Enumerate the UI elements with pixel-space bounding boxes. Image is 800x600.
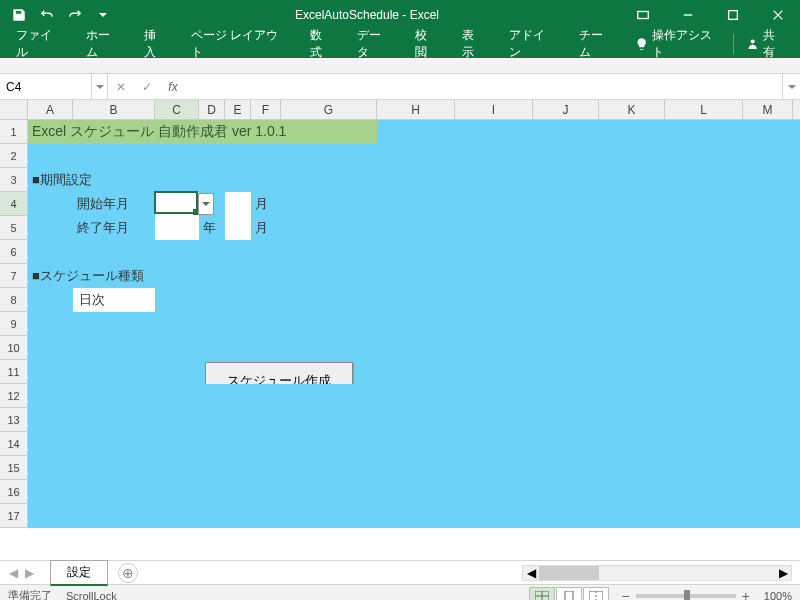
ribbon-tab-data[interactable]: データ bbox=[345, 30, 403, 58]
ribbon-tab-home[interactable]: ホーム bbox=[74, 30, 132, 58]
enter-formula-button[interactable]: ✓ bbox=[134, 80, 160, 94]
row-2-cells[interactable] bbox=[28, 144, 800, 168]
row-14-cells[interactable] bbox=[28, 432, 800, 456]
status-ready: 準備完了 bbox=[8, 588, 52, 600]
column-header-K[interactable]: K bbox=[599, 100, 665, 119]
row-header-3[interactable]: 3 bbox=[0, 168, 28, 192]
tell-me-button[interactable]: 操作アシスト bbox=[625, 30, 731, 58]
view-page-break-button[interactable] bbox=[583, 587, 609, 601]
row-5-cells[interactable]: 終了年月年月 bbox=[28, 216, 800, 240]
column-header-D[interactable]: D bbox=[199, 100, 225, 119]
column-header-B[interactable]: B bbox=[73, 100, 155, 119]
column-header-A[interactable]: A bbox=[28, 100, 73, 119]
column-header-C[interactable]: C bbox=[155, 100, 199, 119]
row-6-cells[interactable] bbox=[28, 240, 800, 264]
horizontal-scrollbar[interactable]: ◀ ▶ bbox=[522, 565, 792, 581]
name-box-dropdown[interactable] bbox=[92, 74, 108, 99]
row-header-17[interactable]: 17 bbox=[0, 504, 28, 528]
row-13-cells[interactable] bbox=[28, 408, 800, 432]
row-15-cells[interactable] bbox=[28, 456, 800, 480]
formula-input[interactable] bbox=[186, 74, 782, 99]
end-year-month-label: 終了年月 bbox=[77, 216, 129, 240]
close-button[interactable] bbox=[755, 0, 800, 30]
row-header-12[interactable]: 12 bbox=[0, 384, 28, 408]
row-header-13[interactable]: 13 bbox=[0, 408, 28, 432]
column-header-F[interactable]: F bbox=[251, 100, 281, 119]
row-header-1[interactable]: 1 bbox=[0, 120, 28, 144]
tab-nav-next[interactable]: ▶ bbox=[22, 566, 36, 580]
column-header-J[interactable]: J bbox=[533, 100, 599, 119]
qat-customize-button[interactable] bbox=[92, 4, 114, 26]
row-3-cells[interactable]: ■期間設定 bbox=[28, 168, 800, 192]
ribbon-tab-formulas[interactable]: 数式 bbox=[298, 30, 345, 58]
ribbon-tab-page-layout[interactable]: ページ レイアウト bbox=[179, 30, 298, 58]
column-header-H[interactable]: H bbox=[377, 100, 455, 119]
expand-formula-bar[interactable] bbox=[782, 74, 800, 99]
section-schedule-type-label: ■スケジュール種類 bbox=[32, 264, 144, 288]
row-header-2[interactable]: 2 bbox=[0, 144, 28, 168]
active-cell-C4[interactable] bbox=[154, 191, 198, 214]
start-year-dropdown[interactable] bbox=[198, 193, 214, 215]
tab-nav-prev[interactable]: ◀ bbox=[6, 566, 20, 580]
qat-save-button[interactable] bbox=[8, 4, 30, 26]
row-header-16[interactable]: 16 bbox=[0, 480, 28, 504]
maximize-button[interactable] bbox=[710, 0, 755, 30]
row-12-cells[interactable] bbox=[28, 384, 800, 408]
row-11-cells[interactable]: スケジュール作成 bbox=[28, 360, 800, 384]
row-1-cells[interactable]: Excel スケジュール 自動作成君 ver 1.0.1 bbox=[28, 120, 800, 144]
column-header-M[interactable]: M bbox=[743, 100, 793, 119]
ribbon-options-icon bbox=[636, 8, 650, 22]
window-title: ExcelAutoSchedule - Excel bbox=[114, 8, 620, 22]
row-8-cells[interactable]: 日次 bbox=[28, 288, 800, 312]
row-7-cells[interactable]: ■スケジュール種類 bbox=[28, 264, 800, 288]
qat-redo-button[interactable] bbox=[64, 4, 86, 26]
worksheet[interactable]: ABCDEFGHIJKLM 1Excel スケジュール 自動作成君 ver 1.… bbox=[0, 100, 800, 560]
ribbon-tab-insert[interactable]: 挿入 bbox=[132, 30, 179, 58]
row-header-11[interactable]: 11 bbox=[0, 360, 28, 384]
row-header-7[interactable]: 7 bbox=[0, 264, 28, 288]
zoom-slider[interactable] bbox=[636, 594, 736, 598]
row-header-10[interactable]: 10 bbox=[0, 336, 28, 360]
row-header-5[interactable]: 5 bbox=[0, 216, 28, 240]
ribbon-tab-view[interactable]: 表示 bbox=[450, 30, 497, 58]
scroll-thumb[interactable] bbox=[539, 566, 599, 580]
sheet-tab-settings[interactable]: 設定 bbox=[50, 560, 108, 586]
column-header-G[interactable]: G bbox=[281, 100, 377, 119]
zoom-in-button[interactable]: + bbox=[742, 588, 750, 601]
row-header-14[interactable]: 14 bbox=[0, 432, 28, 456]
row-9-cells[interactable] bbox=[28, 312, 800, 336]
grid-icon bbox=[535, 591, 549, 601]
minimize-icon bbox=[681, 8, 695, 22]
column-header-E[interactable]: E bbox=[225, 100, 251, 119]
column-header-L[interactable]: L bbox=[665, 100, 743, 119]
row-10-cells[interactable] bbox=[28, 336, 800, 360]
select-all-corner[interactable] bbox=[0, 100, 28, 119]
ribbon-tab-addins[interactable]: アドイン bbox=[497, 30, 567, 58]
view-page-layout-button[interactable] bbox=[556, 587, 582, 601]
insert-function-button[interactable]: fx bbox=[160, 80, 186, 94]
qat-undo-button[interactable] bbox=[36, 4, 58, 26]
share-button[interactable]: 共有 bbox=[736, 30, 796, 58]
row-header-4[interactable]: 4 bbox=[0, 192, 28, 216]
row-header-9[interactable]: 9 bbox=[0, 312, 28, 336]
ribbon-display-button[interactable] bbox=[620, 0, 665, 30]
zoom-thumb[interactable] bbox=[684, 590, 690, 601]
view-normal-button[interactable] bbox=[529, 587, 555, 601]
row-header-8[interactable]: 8 bbox=[0, 288, 28, 312]
column-header-I[interactable]: I bbox=[455, 100, 533, 119]
ribbon-tab-review[interactable]: 校閲 bbox=[403, 30, 450, 58]
scroll-right-button[interactable]: ▶ bbox=[775, 566, 791, 580]
row-16-cells[interactable] bbox=[28, 480, 800, 504]
name-box[interactable]: C4 bbox=[0, 74, 92, 99]
zoom-out-button[interactable]: − bbox=[621, 588, 629, 601]
row-header-6[interactable]: 6 bbox=[0, 240, 28, 264]
minimize-button[interactable] bbox=[665, 0, 710, 30]
cancel-formula-button[interactable]: ✕ bbox=[108, 80, 134, 94]
row-17-cells[interactable] bbox=[28, 504, 800, 528]
ribbon-tab-team[interactable]: チーム bbox=[567, 30, 625, 58]
scroll-left-button[interactable]: ◀ bbox=[523, 566, 539, 580]
ribbon-tab-file[interactable]: ファイル bbox=[4, 30, 74, 58]
add-sheet-button[interactable]: ⊕ bbox=[118, 563, 138, 583]
row-header-15[interactable]: 15 bbox=[0, 456, 28, 480]
row-4-cells[interactable]: 開始年月月 bbox=[28, 192, 800, 216]
